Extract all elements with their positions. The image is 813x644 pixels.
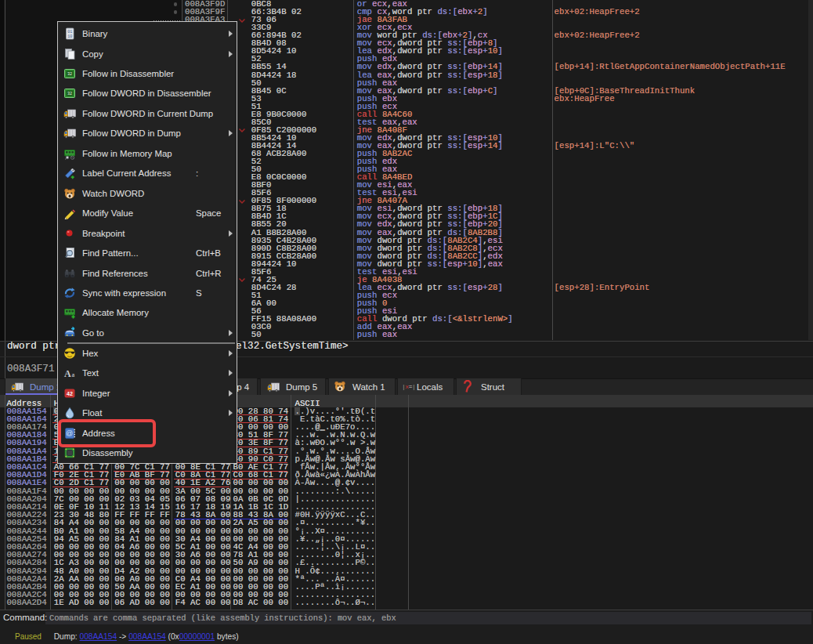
svg-text:a: a [72, 371, 75, 378]
svg-text:10: 10 [67, 34, 72, 39]
svg-text:32: 32 [67, 71, 72, 76]
svg-text:A: A [64, 368, 71, 379]
svg-text:42: 42 [67, 391, 73, 396]
svg-text:32: 32 [67, 92, 72, 96]
